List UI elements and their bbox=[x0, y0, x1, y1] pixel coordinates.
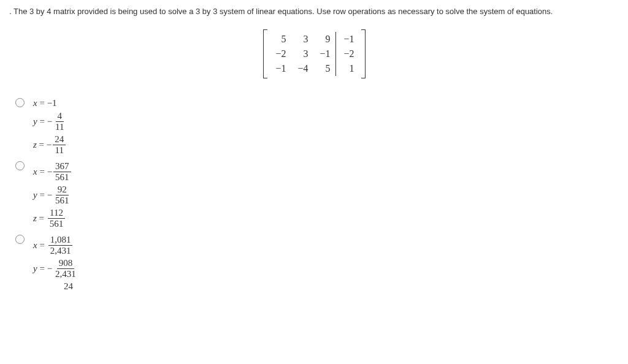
question-prompt: . The 3 by 4 matrix provided is being us… bbox=[9, 6, 619, 17]
equation: x = −1 bbox=[33, 98, 67, 108]
numerator: 24 bbox=[53, 134, 66, 145]
numerator: 92 bbox=[56, 184, 69, 195]
equation: y = − 4 11 bbox=[33, 111, 67, 132]
fraction: 4 11 bbox=[53, 111, 66, 132]
neg-sign: − bbox=[47, 190, 52, 200]
options-list: x = −1 y = − 4 11 z = − 24 11 bbox=[15, 96, 619, 294]
matrix-cell: −1 bbox=[269, 61, 291, 76]
numerator: 367 bbox=[53, 161, 71, 172]
matrix-cell-aug: −2 bbox=[335, 47, 359, 61]
matrix-cell: 5 bbox=[313, 61, 336, 76]
radio-icon[interactable] bbox=[15, 235, 25, 244]
lead-char: . bbox=[9, 7, 12, 16]
answer-option[interactable]: x = 1,081 2,431 y = − 908 2,431 24 bbox=[15, 232, 619, 294]
fraction: 908 2,431 bbox=[53, 258, 78, 279]
partial-numerator: 24 bbox=[64, 281, 73, 292]
matrix-cell: −1 bbox=[313, 47, 336, 61]
radio-icon[interactable] bbox=[15, 98, 25, 107]
equation: z = − 24 11 bbox=[33, 134, 67, 155]
numerator: 4 bbox=[56, 111, 64, 122]
neg-sign: − bbox=[47, 167, 52, 177]
fraction: 112 561 bbox=[48, 208, 66, 229]
radio-icon[interactable] bbox=[15, 161, 25, 170]
variable: y bbox=[33, 190, 37, 200]
variable: y bbox=[33, 264, 37, 274]
equation: x = − 367 561 bbox=[33, 161, 72, 182]
equation: z = 112 561 bbox=[33, 208, 72, 229]
matrix-cell: 9 bbox=[313, 32, 336, 47]
neg-sign: − bbox=[47, 140, 52, 150]
denominator: 561 bbox=[48, 219, 66, 229]
denominator: 561 bbox=[53, 172, 71, 183]
variable: x bbox=[33, 98, 37, 108]
fraction: 367 561 bbox=[53, 161, 71, 182]
answer-option[interactable]: x = −1 y = − 4 11 z = − 24 11 bbox=[15, 96, 619, 157]
matrix-cell: −4 bbox=[291, 61, 313, 76]
prompt-text: The 3 by 4 matrix provided is being used… bbox=[13, 7, 553, 16]
equation: y = − 92 561 bbox=[33, 184, 72, 205]
denominator: 11 bbox=[53, 145, 66, 156]
variable: x bbox=[33, 167, 37, 177]
matrix-cell: −2 bbox=[269, 47, 291, 61]
neg-sign: − bbox=[47, 264, 52, 274]
fraction: 1,081 2,431 bbox=[48, 235, 73, 256]
answer-content: x = 1,081 2,431 y = − 908 2,431 24 bbox=[33, 232, 79, 294]
numerator: 908 bbox=[57, 258, 75, 269]
augmented-matrix: 5 3 9 −1 −2 3 −1 −2 −1 −4 5 1 bbox=[263, 29, 366, 78]
denominator: 2,431 bbox=[48, 246, 73, 256]
matrix-cell-aug: 1 bbox=[335, 61, 359, 76]
matrix-row: −1 −4 5 1 bbox=[269, 61, 359, 76]
value: −1 bbox=[47, 98, 57, 108]
answer-option[interactable]: x = − 367 561 y = − 92 561 z = bbox=[15, 159, 619, 231]
equation: y = − 908 2,431 bbox=[33, 258, 79, 279]
variable: y bbox=[33, 116, 37, 127]
matrix-cell: 3 bbox=[291, 47, 313, 61]
matrix-row: −2 3 −1 −2 bbox=[269, 47, 359, 61]
variable: x bbox=[33, 240, 37, 251]
denominator: 561 bbox=[53, 195, 71, 206]
matrix-cell: 5 bbox=[269, 32, 291, 47]
fraction: 92 561 bbox=[53, 184, 71, 205]
matrix-row: 5 3 9 −1 bbox=[269, 32, 359, 47]
fraction: 24 11 bbox=[53, 134, 66, 155]
denominator: 11 bbox=[53, 122, 66, 132]
equation-partial: 24 bbox=[64, 281, 79, 292]
neg-sign: − bbox=[47, 116, 52, 127]
matrix-cell: 3 bbox=[291, 32, 313, 47]
answer-content: x = − 367 561 y = − 92 561 z = bbox=[33, 159, 72, 231]
denominator: 2,431 bbox=[53, 269, 78, 279]
numerator: 1,081 bbox=[48, 235, 73, 246]
matrix-container: 5 3 9 −1 −2 3 −1 −2 −1 −4 5 1 bbox=[9, 29, 619, 80]
answer-content: x = −1 y = − 4 11 z = − 24 11 bbox=[33, 96, 67, 157]
equation: x = 1,081 2,431 bbox=[33, 235, 79, 256]
numerator: 112 bbox=[48, 208, 65, 219]
matrix-cell-aug: −1 bbox=[335, 32, 359, 47]
